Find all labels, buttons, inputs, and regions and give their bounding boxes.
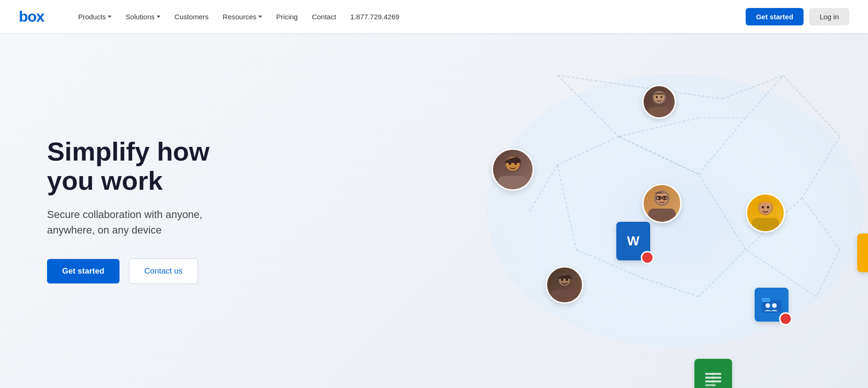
woman2-face-svg bbox=[747, 194, 784, 231]
nav-customers[interactable]: Customers bbox=[169, 9, 215, 24]
site-header: box Products Solutions Customers Resourc… bbox=[0, 0, 868, 33]
logo-text: box bbox=[19, 8, 44, 25]
products-chevron-icon bbox=[108, 16, 111, 18]
svg-point-68 bbox=[566, 279, 568, 281]
svg-rect-69 bbox=[551, 290, 578, 302]
get-started-nav-button[interactable]: Get started bbox=[746, 8, 804, 25]
folder-svg bbox=[762, 296, 781, 313]
avatar-woman2 bbox=[746, 193, 785, 233]
login-button[interactable]: Log in bbox=[809, 8, 849, 25]
word-doc-icon: W bbox=[616, 222, 650, 260]
svg-rect-41 bbox=[705, 384, 716, 386]
man3-face-svg bbox=[547, 267, 582, 302]
hero-visual: .net-line { stroke: #a0b8d0; stroke-widt… bbox=[463, 33, 868, 388]
avatar-man1 bbox=[642, 85, 676, 119]
get-started-hero-button[interactable]: Get started bbox=[47, 259, 119, 283]
nav-solutions[interactable]: Solutions bbox=[120, 9, 166, 24]
svg-point-53 bbox=[762, 206, 764, 209]
svg-rect-55 bbox=[752, 218, 779, 231]
phone-number: 1.877.729.4269 bbox=[345, 9, 405, 24]
woman1-face-svg bbox=[493, 150, 533, 189]
hero-subtitle: Secure collaboration with anyone, anywhe… bbox=[47, 207, 245, 238]
hero-section: Simplify how you work Secure collaborati… bbox=[0, 33, 868, 388]
sheets-svg bbox=[701, 367, 725, 388]
nav-contact[interactable]: Contact bbox=[306, 9, 342, 24]
svg-point-30 bbox=[765, 303, 770, 308]
nav-pricing[interactable]: Pricing bbox=[271, 9, 303, 24]
man1-face-svg bbox=[644, 86, 675, 117]
man2-face-svg bbox=[644, 185, 680, 222]
svg-rect-36 bbox=[498, 176, 528, 189]
resources-chevron-icon bbox=[258, 16, 262, 18]
logo[interactable]: box bbox=[19, 8, 44, 25]
slides-icon: ▶ bbox=[857, 234, 868, 272]
avatar-woman1 bbox=[492, 148, 534, 191]
svg-point-31 bbox=[772, 303, 777, 308]
svg-rect-47 bbox=[648, 209, 676, 222]
solutions-chevron-icon bbox=[157, 16, 160, 18]
svg-point-26 bbox=[661, 96, 662, 98]
folder-icon bbox=[755, 288, 788, 322]
sheets-icon bbox=[694, 359, 732, 388]
nav-products[interactable]: Products bbox=[72, 9, 117, 24]
header-actions: Get started Log in bbox=[746, 8, 849, 25]
svg-rect-23 bbox=[648, 107, 670, 117]
hero-buttons: Get started Contact us bbox=[47, 259, 245, 284]
avatar-man3 bbox=[546, 266, 583, 304]
main-nav: Products Solutions Customers Resources P… bbox=[72, 9, 746, 24]
avatar-man2 bbox=[642, 184, 682, 223]
svg-point-25 bbox=[656, 96, 658, 98]
contact-us-button[interactable]: Contact us bbox=[129, 259, 198, 284]
hero-content: Simplify how you work Secure collaborati… bbox=[0, 137, 292, 283]
svg-point-46 bbox=[663, 196, 665, 199]
svg-point-67 bbox=[561, 279, 563, 281]
nav-resources[interactable]: Resources bbox=[217, 9, 268, 24]
hero-title: Simplify how you work bbox=[47, 137, 245, 195]
svg-point-54 bbox=[767, 206, 769, 209]
word-icon-label: W bbox=[627, 234, 639, 249]
